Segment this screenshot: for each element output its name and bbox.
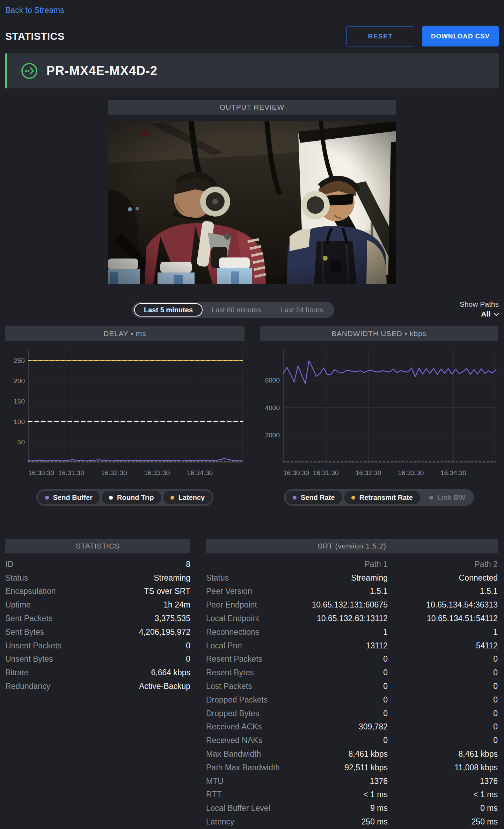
show-paths-control: Show Paths All [460, 300, 499, 318]
stat-label: Uptime [5, 600, 31, 610]
output-review-header: OUTPUT REVIEW [108, 100, 396, 115]
stat-label: Bitrate [5, 668, 28, 677]
download-csv-button[interactable]: DOWNLOAD CSV [422, 26, 499, 46]
show-paths-dropdown[interactable]: All [481, 310, 499, 318]
srt-table-rows: StatusStreamingConnectedPeer Version1.5.… [206, 571, 498, 829]
srt-path1-value: 309,782 [311, 722, 388, 732]
stat-row-unsent-packets: Unsent Packets0 [5, 639, 190, 653]
srt-path2-value: 8,461 kbps [388, 749, 498, 759]
svg-text:16:31:30: 16:31:30 [58, 469, 84, 477]
stat-label: Redundancy [5, 682, 50, 691]
stat-label: Status [5, 573, 28, 583]
path1-column-header: Path 1 [311, 560, 388, 569]
delay-chart-header: DELAY • ms [5, 326, 244, 341]
svg-text:16:34:30: 16:34:30 [440, 469, 466, 477]
srt-path1-value: 92,511 kbps [311, 763, 388, 772]
legend-dot-send-rate [293, 496, 297, 500]
srt-path2-value: 1376 [388, 777, 498, 786]
statistics-table-header: STATISTICS [5, 539, 190, 553]
stat-value: Active-Backup [139, 682, 190, 691]
svg-text:6000: 6000 [265, 377, 280, 384]
stat-row-sent-packets: Sent Packets3,375,535 [5, 612, 190, 625]
srt-path2-value: 0 ms [388, 803, 498, 813]
svg-text:16:34:30: 16:34:30 [187, 469, 213, 477]
page-header: STATISTICS RESET DOWNLOAD CSV [5, 26, 499, 46]
stat-label: Encapsulation [5, 587, 56, 596]
srt-label: Max Bandwidth [206, 749, 311, 759]
srt-label: Local Port [206, 641, 311, 650]
path2-column-header: Path 2 [388, 560, 498, 569]
legend-item-send-buffer[interactable]: Send Buffer [38, 491, 100, 504]
legend-item-retransmit-rate[interactable]: Retransmit Rate [344, 491, 420, 504]
stream-status-icon [21, 62, 38, 80]
stat-row-bitrate: Bitrate6,664 kbps [5, 666, 190, 679]
srt-path1-value: 0 [311, 709, 388, 718]
legend-label: Latency [178, 494, 205, 502]
stat-row-unsent-bytes: Unsent Bytes0 [5, 653, 190, 666]
srt-path2-value: 10.65.134.54:36313 [388, 600, 498, 610]
srt-path1-value: 0 [311, 654, 388, 664]
srt-path1-value: 1 [311, 627, 388, 637]
stat-row-encapsulation: EncapsulationTS over SRT [5, 585, 190, 598]
legend-label: Round Trip [117, 494, 154, 502]
srt-label: Peer Endpoint [206, 600, 311, 610]
srt-row-status: StatusStreamingConnected [206, 571, 498, 585]
svg-text:150: 150 [14, 398, 25, 405]
stat-value: Streaming [154, 573, 190, 583]
back-to-streams-link[interactable]: Back to Streams [5, 6, 64, 15]
srt-label: Resent Packets [206, 654, 311, 664]
show-paths-value: All [481, 310, 490, 318]
tab-last-24-hours[interactable]: Last 24 hours [272, 303, 332, 317]
srt-path1-value: 10.65.132.131:60675 [311, 600, 388, 610]
reset-button[interactable]: RESET [346, 26, 414, 46]
srt-path1-value: 0 [311, 668, 388, 677]
tab-last-5-minutes[interactable]: Last 5 minutes [134, 303, 203, 317]
legend-dot-latency [170, 496, 174, 500]
srt-row-reconnections: Reconnections11 [206, 625, 498, 639]
output-review-section: OUTPUT REVIEW [108, 100, 396, 284]
stat-value: 1h 24m [163, 600, 190, 610]
bandwidth-chart: 20004000600016:30:3016:31:3016:32:3016:3… [260, 345, 498, 485]
srt-path2-value: 0 [388, 695, 498, 705]
legend-item-round-trip[interactable]: Round Trip [102, 491, 161, 504]
srt-path2-value: 0 [388, 722, 498, 732]
legend-item-latency[interactable]: Latency [163, 491, 212, 504]
time-range-tabs: Last 5 minutesLast 60 minutes|Last 24 ho… [132, 302, 334, 318]
page-title: STATISTICS [5, 31, 65, 42]
show-paths-label: Show Paths [460, 300, 499, 308]
svg-text:4000: 4000 [265, 404, 280, 412]
legend-item-send-rate[interactable]: Send Rate [286, 491, 342, 504]
stat-row-status: StatusStreaming [5, 571, 190, 585]
srt-row-path-max-bandwidth: Path Max Bandwidth92,511 kbps11,008 kbps [206, 761, 498, 775]
srt-path2-value: 1.5.1 [388, 587, 498, 596]
srt-path-header-row: Path 1 Path 2 [206, 558, 498, 571]
svg-text:16:32:30: 16:32:30 [356, 469, 381, 477]
stat-label: Unsent Packets [5, 641, 61, 650]
srt-path1-value: 1376 [311, 777, 388, 786]
stat-row-sent-bytes: Sent Bytes4,206,195,972 [5, 625, 190, 639]
stat-value: 0 [186, 641, 190, 650]
legend-item-link-bw[interactable]: Link BW [422, 491, 472, 504]
tab-last-60-minutes[interactable]: Last 60 minutes [203, 303, 270, 317]
srt-path1-value: 250 ms [311, 817, 388, 827]
srt-row-resent-packets: Resent Packets00 [206, 653, 498, 666]
srt-path1-value: 8,461 kbps [311, 749, 388, 759]
stat-value: 4,206,195,972 [139, 627, 190, 637]
srt-row-peer-endpoint: Peer Endpoint10.65.132.131:6067510.65.13… [206, 598, 498, 612]
srt-path1-value: Streaming [311, 573, 388, 583]
srt-row-mtu: MTU13761376 [206, 775, 498, 788]
srt-row-peer-version: Peer Version1.5.11.5.1 [206, 585, 498, 598]
svg-text:16:30:30: 16:30:30 [283, 469, 309, 477]
srt-row-local-port: Local Port1311254112 [206, 639, 498, 653]
svg-text:16:33:30: 16:33:30 [398, 469, 424, 477]
legend-dot-link-bw [429, 496, 433, 500]
srt-label: Received NAKs [206, 736, 311, 745]
srt-row-lost-packets: Lost Packets00 [206, 679, 498, 693]
stat-label: Sent Bytes [5, 627, 44, 637]
srt-path2-value: 11,008 kbps [388, 763, 498, 772]
svg-text:100: 100 [14, 418, 25, 426]
srt-label: Path Max Bandwidth [206, 763, 311, 772]
srt-path2-value: 0 [388, 668, 498, 677]
srt-path1-value: 9 ms [311, 803, 388, 813]
srt-path1-value: 0 [311, 682, 388, 691]
